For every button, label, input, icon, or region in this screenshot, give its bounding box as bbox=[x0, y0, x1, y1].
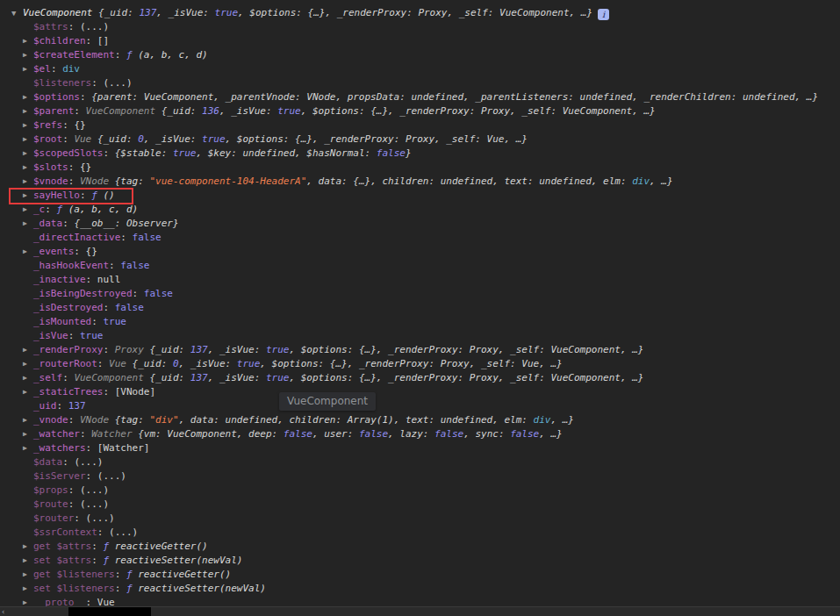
expand-triangle-icon[interactable]: ▶ bbox=[23, 133, 32, 147]
property-value: null bbox=[97, 274, 121, 285]
property-row[interactable]: ▶$vnode: VNode {tag: "vue-component-104-… bbox=[0, 175, 840, 189]
property-row[interactable]: _isVue: true bbox=[0, 329, 840, 343]
property-value: [Watcher] bbox=[97, 442, 150, 454]
property-value[interactable]: (...) bbox=[74, 456, 103, 468]
property-row[interactable]: ▶$parent: VueComponent {_uid: 136, _isVu… bbox=[0, 104, 840, 118]
property-name: _isDestroyed bbox=[33, 302, 103, 313]
expand-triangle-icon[interactable]: ▶ bbox=[23, 245, 32, 259]
separator: : bbox=[86, 442, 97, 454]
property-row[interactable]: $props: (...) bbox=[0, 483, 840, 498]
property-row[interactable]: $router: (...) bbox=[0, 512, 840, 526]
property-row[interactable]: ▶set $listeners: ƒ reactiveSetter(newVal… bbox=[0, 582, 840, 596]
expand-triangle-icon[interactable]: ▶ bbox=[23, 343, 32, 357]
expand-triangle-icon[interactable]: ▶ bbox=[23, 371, 32, 385]
property-value[interactable]: (...) bbox=[109, 526, 138, 538]
info-icon[interactable]: i bbox=[598, 9, 609, 20]
property-row[interactable]: ▶_vnode: VNode {tag: "div", data: undefi… bbox=[0, 413, 840, 427]
property-value: ƒ bbox=[103, 555, 114, 566]
expand-triangle-icon[interactable]: ▶ bbox=[23, 413, 32, 427]
property-row[interactable]: ▶_routerRoot: Vue {_uid: 0, _isVue: true… bbox=[0, 357, 840, 371]
expand-triangle-icon[interactable]: ▶ bbox=[23, 147, 32, 161]
expand-triangle-icon[interactable]: ▶ bbox=[23, 385, 32, 399]
property-value: , _isVue: bbox=[144, 133, 202, 145]
property-row[interactable]: _isBeingDestroyed: false bbox=[0, 287, 840, 301]
property-value[interactable]: (...) bbox=[103, 77, 132, 89]
property-row[interactable]: ▶$scopedSlots: {$stable: true, $key: und… bbox=[0, 147, 840, 161]
property-name: _watchers bbox=[33, 442, 86, 454]
expand-triangle-icon[interactable]: ▶ bbox=[23, 189, 32, 203]
property-value[interactable]: (...) bbox=[80, 484, 109, 496]
property-row[interactable]: _uid: 137 bbox=[0, 399, 840, 413]
property-value[interactable]: (...) bbox=[80, 498, 109, 510]
expand-triangle-icon[interactable]: ▶ bbox=[23, 540, 32, 554]
property-row[interactable]: $listeners: (...) bbox=[0, 76, 840, 90]
property-row[interactable]: ▶$root: Vue {_uid: 0, _isVue: true, $opt… bbox=[0, 133, 840, 147]
separator: : bbox=[62, 119, 74, 131]
expand-triangle-icon[interactable]: ▶ bbox=[23, 554, 32, 568]
object-root-row[interactable]: ▼VueComponent {_uid: 137, _isVue: true, … bbox=[0, 6, 840, 20]
property-row[interactable]: ▶_self: VueComponent {_uid: 137, _isVue:… bbox=[0, 371, 840, 385]
property-name: get $attrs bbox=[33, 541, 91, 552]
property-row[interactable]: ▶$children: [] bbox=[0, 34, 840, 48]
separator: : bbox=[62, 218, 74, 229]
property-row[interactable]: ▶_staticTrees: [VNode] bbox=[0, 385, 840, 399]
property-row[interactable]: ▶sayHello: ƒ () bbox=[0, 189, 840, 203]
property-row[interactable]: ▶get $listeners: ƒ reactiveGetter() bbox=[0, 568, 840, 582]
property-row[interactable]: $data: (...) bbox=[0, 455, 840, 469]
property-row[interactable]: ▶_renderProxy: Proxy {_uid: 137, _isVue:… bbox=[0, 343, 840, 357]
property-name: $children bbox=[33, 35, 86, 47]
property-row[interactable]: _hasHookEvent: false bbox=[0, 259, 840, 273]
property-value: "div" bbox=[150, 414, 179, 426]
expand-triangle-icon[interactable]: ▶ bbox=[23, 441, 32, 455]
separator: : bbox=[91, 316, 103, 327]
property-row[interactable]: $isServer: (...) bbox=[0, 469, 840, 483]
expand-triangle-icon[interactable]: ▶ bbox=[23, 104, 32, 118]
property-row[interactable]: $ssrContext: (...) bbox=[0, 526, 840, 540]
expand-triangle-icon[interactable]: ▶ bbox=[23, 90, 32, 104]
property-row[interactable]: ▶$el: div bbox=[0, 62, 840, 76]
property-row[interactable]: ▶_watchers: [Watcher] bbox=[0, 441, 840, 455]
expand-triangle-icon[interactable]: ▶ bbox=[23, 203, 32, 217]
property-value[interactable]: (...) bbox=[80, 21, 109, 32]
expand-triangle-icon[interactable]: ▶ bbox=[23, 175, 32, 189]
property-name: _isMounted bbox=[33, 316, 91, 327]
property-row[interactable]: _isMounted: true bbox=[0, 315, 840, 329]
separator: : bbox=[97, 526, 109, 538]
property-row[interactable]: ▶set $attrs: ƒ reactiveSetter(newVal) bbox=[0, 554, 840, 568]
property-row[interactable]: ▶_watcher: Watcher {vm: VueComponent, de… bbox=[0, 427, 840, 441]
property-row[interactable]: $attrs: (...) bbox=[0, 20, 840, 34]
expand-triangle-icon[interactable]: ▶ bbox=[23, 118, 32, 133]
expand-triangle-icon[interactable]: ▶ bbox=[23, 582, 32, 596]
property-row[interactable]: ▶_events: {} bbox=[0, 245, 840, 259]
property-name: _events bbox=[33, 246, 74, 257]
property-row[interactable]: _directInactive: false bbox=[0, 231, 840, 245]
property-row[interactable]: _isDestroyed: false bbox=[0, 301, 840, 315]
expand-triangle-icon[interactable]: ▶ bbox=[23, 161, 32, 175]
property-row[interactable]: ▶get $attrs: ƒ reactiveGetter() bbox=[0, 540, 840, 554]
property-value: , $options: {…}, _renderProxy: Proxy, _s… bbox=[238, 7, 592, 18]
property-name: $isServer bbox=[33, 470, 86, 482]
property-value: ƒ bbox=[126, 569, 138, 580]
property-row[interactable]: _inactive: null bbox=[0, 273, 840, 287]
expand-triangle-icon[interactable]: ▶ bbox=[23, 427, 32, 441]
property-row[interactable]: ▶$createElement: ƒ (a, b, c, d) bbox=[0, 48, 840, 62]
property-value: {__ob__: Observer} bbox=[74, 218, 178, 229]
expand-triangle-icon[interactable]: ▶ bbox=[23, 568, 32, 582]
collapse-triangle-icon[interactable]: ▼ bbox=[11, 6, 20, 20]
expand-triangle-icon[interactable]: ▶ bbox=[23, 217, 32, 231]
property-value: {_uid: bbox=[149, 372, 190, 383]
expand-triangle-icon[interactable]: ▶ bbox=[23, 62, 32, 76]
property-value[interactable]: (...) bbox=[86, 512, 115, 524]
property-row[interactable]: ▶$options: {parent: VueComponent, _paren… bbox=[0, 90, 840, 104]
property-value: false bbox=[359, 428, 388, 440]
property-value[interactable]: (...) bbox=[97, 470, 126, 482]
property-row[interactable]: ▶$slots: {} bbox=[0, 161, 840, 175]
expand-triangle-icon[interactable]: ▶ bbox=[23, 357, 32, 371]
property-row[interactable]: ▶_data: {__ob__: Observer} bbox=[0, 217, 840, 231]
expand-triangle-icon[interactable]: ▶ bbox=[23, 34, 32, 48]
expand-triangle-icon[interactable]: ▶ bbox=[23, 48, 32, 62]
property-row[interactable]: ▶$refs: {} bbox=[0, 118, 840, 133]
separator: : bbox=[120, 232, 132, 243]
property-row[interactable]: ▶_c: ƒ (a, b, c, d) bbox=[0, 203, 840, 217]
property-row[interactable]: $route: (...) bbox=[0, 498, 840, 512]
